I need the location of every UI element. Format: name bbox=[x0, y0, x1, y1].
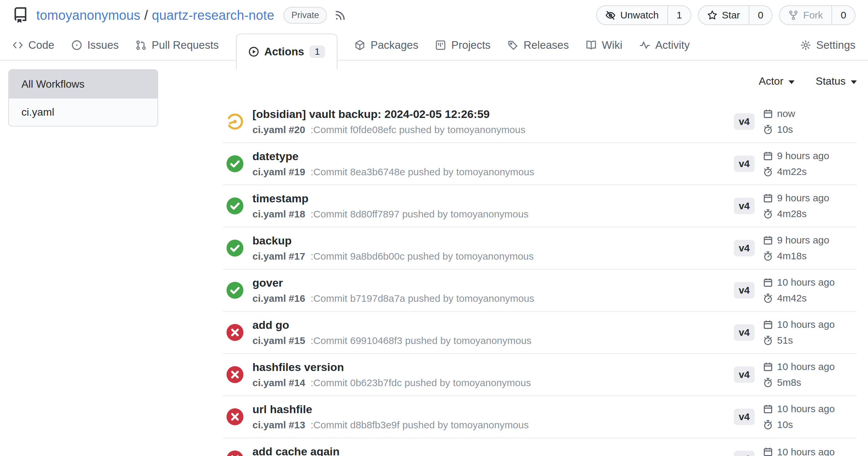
run-times: 10 hours ago 10s bbox=[763, 403, 857, 430]
run-time-ago: 9 hours ago bbox=[763, 150, 857, 161]
forks-count[interactable]: 0 bbox=[831, 6, 855, 24]
tab-packages[interactable]: Packages bbox=[354, 39, 418, 52]
run-status-icon bbox=[226, 155, 244, 173]
star-button-group: Star 0 bbox=[698, 5, 773, 25]
content-area: All Workflows ci.yaml Actor Status bbox=[0, 61, 868, 456]
sidebar-workflow-item[interactable]: All Workflows bbox=[9, 70, 157, 98]
tab-wiki[interactable]: Wiki bbox=[586, 39, 622, 52]
tab-pull-requests-label: Pull Requests bbox=[152, 39, 219, 52]
workflows-sidebar: All Workflows ci.yaml bbox=[8, 69, 158, 127]
watchers-count[interactable]: 1 bbox=[667, 6, 691, 24]
repo-name-link[interactable]: quartz-research-note bbox=[152, 8, 274, 23]
run-title-link[interactable]: hashfiles version bbox=[252, 361, 531, 373]
stopwatch-icon bbox=[763, 378, 773, 388]
tab-releases[interactable]: Releases bbox=[508, 39, 569, 52]
run-duration: 4m42s bbox=[763, 293, 857, 304]
run-commit-info: :Commit 69910468f3 pushed by tomoyanonym… bbox=[310, 335, 531, 346]
unwatch-label: Unwatch bbox=[620, 9, 659, 21]
calendar-icon bbox=[763, 193, 773, 203]
tab-pull-requests[interactable]: Pull Requests bbox=[136, 39, 219, 52]
tab-projects-label: Projects bbox=[451, 39, 490, 52]
run-duration: 4m28s bbox=[763, 208, 857, 220]
run-subtitle: ci.yaml #20 :Commit f0fde08efc pushed by… bbox=[252, 124, 526, 135]
fork-button[interactable]: Fork bbox=[780, 6, 831, 24]
star-icon bbox=[707, 10, 717, 21]
runner-version-badge: v4 bbox=[734, 156, 755, 172]
run-status-icon bbox=[226, 239, 244, 257]
sidebar-workflow-label: ci.yaml bbox=[22, 106, 54, 118]
fork-label: Fork bbox=[803, 9, 823, 21]
workflow-run-row[interactable]: gover ci.yaml #16 :Commit b7197d8a7a pus… bbox=[223, 269, 857, 312]
x-circle-icon bbox=[226, 450, 244, 456]
workflow-run-row[interactable]: url hashfile ci.yaml #13 :Commit d8b8fb3… bbox=[223, 396, 857, 438]
workflow-run-row[interactable]: timestamp ci.yaml #18 :Commit 8d80ff7897… bbox=[223, 185, 857, 227]
run-title-link[interactable]: add cache again bbox=[252, 445, 340, 456]
run-text-block: backup ci.yaml #17 :Commit 9a8bd6b00c pu… bbox=[252, 234, 534, 262]
workflow-run-row[interactable]: backup ci.yaml #17 :Commit 9a8bd6b00c pu… bbox=[223, 227, 857, 269]
run-time-ago-label: 9 hours ago bbox=[777, 235, 829, 246]
run-title-link[interactable]: gover bbox=[252, 276, 534, 289]
stopwatch-icon bbox=[763, 125, 773, 134]
stars-count[interactable]: 0 bbox=[749, 6, 772, 24]
run-meta-column: v4 10 hours ago bbox=[734, 361, 857, 388]
run-time-ago-label: 10 hours ago bbox=[777, 447, 835, 456]
run-title-link[interactable]: datetype bbox=[252, 150, 534, 163]
tab-code[interactable]: Code bbox=[12, 39, 54, 52]
run-duration-label: 4m28s bbox=[777, 208, 807, 220]
tab-actions[interactable]: Actions 1 bbox=[236, 34, 338, 69]
stopwatch-icon bbox=[763, 420, 773, 430]
run-workflow-ref: ci.yaml #19 bbox=[252, 166, 305, 177]
run-workflow-ref: ci.yaml #17 bbox=[252, 251, 305, 262]
run-status-icon bbox=[226, 281, 244, 299]
run-times: 10 hours ago 5m8s bbox=[763, 361, 857, 388]
run-title-link[interactable]: backup bbox=[252, 234, 534, 247]
run-workflow-ref: ci.yaml #16 bbox=[252, 293, 305, 304]
runner-version-badge: v4 bbox=[734, 451, 755, 456]
workflow-run-row[interactable]: [obsidian] vault backup: 2024-02-05 12:2… bbox=[223, 101, 857, 143]
run-subtitle: ci.yaml #17 :Commit 9a8bd6b00c pushed by… bbox=[252, 251, 534, 262]
rss-feed-icon[interactable] bbox=[335, 9, 346, 21]
tab-actions-label: Actions bbox=[264, 45, 304, 58]
run-meta-column: v4 9 hours ago bbox=[734, 235, 857, 262]
calendar-icon bbox=[763, 236, 773, 245]
workflow-run-row[interactable]: add go ci.yaml #15 :Commit 69910468f3 pu… bbox=[223, 312, 857, 354]
run-duration: 4m18s bbox=[763, 251, 857, 262]
tab-issues[interactable]: Issues bbox=[71, 39, 119, 52]
stopwatch-icon bbox=[763, 167, 773, 176]
run-time-ago-label: 9 hours ago bbox=[777, 192, 829, 204]
run-times: 10 hours ago 4m42s bbox=[763, 277, 857, 304]
run-time-ago: 9 hours ago bbox=[763, 235, 857, 246]
sidebar-workflow-item[interactable]: ci.yaml bbox=[9, 98, 157, 126]
run-commit-info: :Commit 8ea3b6748e pushed by tomoyanonym… bbox=[310, 166, 534, 177]
stopwatch-icon bbox=[763, 336, 773, 345]
sidebar-workflow-label: All Workflows bbox=[22, 78, 84, 90]
workflow-run-row[interactable]: datetype ci.yaml #19 :Commit 8ea3b6748e … bbox=[223, 143, 857, 185]
run-text-block: timestamp ci.yaml #18 :Commit 8d80ff7897… bbox=[252, 192, 529, 220]
tab-activity[interactable]: Activity bbox=[640, 39, 690, 52]
repo-book-icon bbox=[12, 7, 28, 23]
status-filter-dropdown[interactable]: Status bbox=[816, 75, 857, 87]
actor-filter-dropdown[interactable]: Actor bbox=[759, 75, 795, 87]
repo-owner-link[interactable]: tomoyanonymous bbox=[36, 8, 141, 23]
stopwatch-icon bbox=[763, 251, 773, 261]
tag-icon bbox=[508, 40, 518, 51]
star-button[interactable]: Star bbox=[699, 6, 749, 24]
tab-projects[interactable]: Projects bbox=[435, 39, 490, 52]
x-circle-icon bbox=[226, 324, 244, 341]
run-time-ago: 10 hours ago bbox=[763, 447, 857, 456]
run-title-link[interactable]: timestamp bbox=[252, 192, 529, 205]
run-time-ago: now bbox=[763, 108, 857, 119]
chevron-down-icon bbox=[851, 80, 857, 84]
run-title-link[interactable]: url hashfile bbox=[252, 403, 529, 416]
run-title-link[interactable]: [obsidian] vault backup: 2024-02-05 12:2… bbox=[252, 108, 526, 121]
workflow-run-row[interactable]: hashfiles version ci.yaml #14 :Commit 0b… bbox=[223, 354, 857, 396]
git-pull-request-icon bbox=[136, 40, 146, 51]
tab-settings[interactable]: Settings bbox=[801, 39, 856, 52]
run-meta-column: v4 9 hours ago bbox=[734, 150, 857, 177]
run-time-ago: 10 hours ago bbox=[763, 319, 857, 330]
run-title-link[interactable]: add go bbox=[252, 319, 531, 331]
check-circle-icon bbox=[226, 239, 244, 257]
workflow-run-row[interactable]: add cache again v4 bbox=[223, 438, 857, 456]
run-commit-info: :Commit 0b623b7fdc pushed by tomoyanonym… bbox=[310, 377, 531, 388]
unwatch-button[interactable]: Unwatch bbox=[597, 6, 667, 24]
